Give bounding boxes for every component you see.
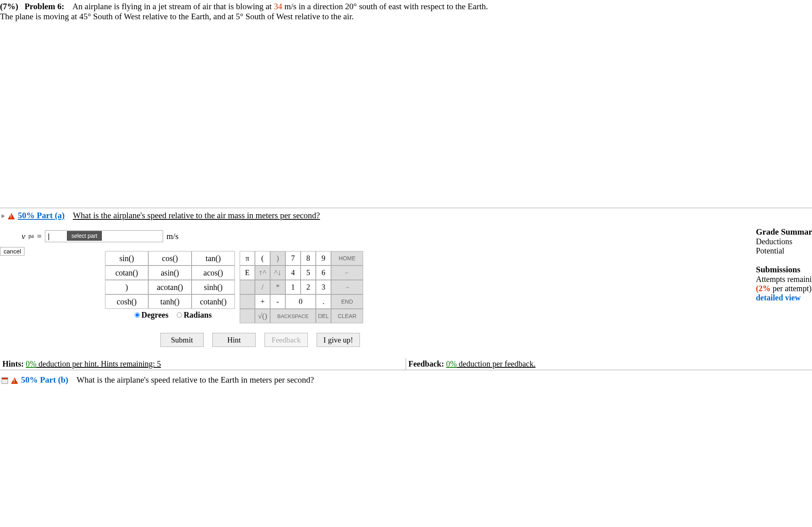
part-a-question: What is the airplane's speed relative to…	[73, 211, 320, 220]
problem-header: (7%) Problem 6: An airplane is flying in…	[0, 0, 812, 23]
degrees-label: Degrees	[141, 310, 168, 319]
cos-button[interactable]: cos()	[148, 251, 192, 266]
acos-button[interactable]: acos()	[192, 266, 235, 280]
problem-percent: (7%)	[0, 2, 18, 11]
sqrt-button[interactable]: √()	[255, 309, 270, 323]
num0-button[interactable]: 0	[285, 294, 316, 309]
select-part-button[interactable]: select part	[67, 231, 102, 241]
submissions-title: Submissions	[756, 265, 812, 275]
num8-button[interactable]: 8	[301, 251, 316, 266]
problem-text3: The plane is moving at 45° South of West…	[0, 12, 354, 21]
hints-label: Hints:	[2, 359, 24, 368]
action-row: Submit Hint Feedback I give up!	[32, 323, 736, 353]
answer-var: v	[22, 231, 25, 241]
clear-button[interactable]: CLEAR	[331, 309, 363, 323]
function-keypad: sin() cos() tan() cotan() asin() acos() …	[105, 251, 235, 309]
pi-button[interactable]: π	[240, 251, 255, 266]
hints-text: deduction per hint. Hints remaining:	[36, 359, 157, 368]
problem-text2: m/s in a direction 20° south of east wit…	[282, 2, 488, 11]
num7-button[interactable]: 7	[285, 251, 301, 266]
hints-remaining: 5	[157, 359, 161, 368]
part-b-header: 50% Part (b) What is the airplane's spee…	[0, 370, 812, 390]
acotan-button[interactable]: acotan()	[148, 280, 192, 294]
blank1-button	[240, 280, 255, 294]
minus-button[interactable]: -	[270, 294, 285, 309]
calendar-icon[interactable]	[2, 377, 8, 384]
giveup-button[interactable]: I give up!	[317, 333, 360, 347]
warning-icon	[11, 377, 18, 384]
cotan-button[interactable]: cotan()	[105, 266, 148, 280]
feedback-pct: 0%	[446, 359, 457, 368]
blank3-button	[240, 309, 255, 323]
rparen-button[interactable]: )	[105, 280, 148, 294]
attempt-pct: (2%	[756, 284, 771, 293]
del-button[interactable]: DEL	[316, 309, 331, 323]
problem-red-value: 34	[274, 2, 282, 11]
equals: =	[37, 231, 42, 241]
answer-row: vpa = select part m/s	[0, 223, 744, 248]
sinh-button[interactable]: sinh()	[192, 280, 235, 294]
problem-text1: An airplane is flying in a jet stream of…	[72, 2, 274, 11]
degrees-radio[interactable]	[135, 312, 140, 318]
hints-row: Hints: 0% deduction per hint. Hints rema…	[0, 358, 812, 370]
unit-label: m/s	[166, 231, 178, 241]
warning-icon	[8, 213, 15, 219]
hints-pct: 0%	[26, 359, 36, 368]
grade-title: Grade Summary	[756, 227, 812, 237]
cosh-button[interactable]: cosh()	[105, 294, 148, 309]
blank2-button	[240, 294, 255, 309]
tan-button[interactable]: tan()	[192, 251, 235, 266]
grade-potential: Potential	[756, 246, 812, 255]
part-a-link[interactable]: 50% Part (a)	[18, 211, 65, 220]
problem-label: Problem 6:	[24, 2, 64, 11]
end-button[interactable]: END	[331, 294, 363, 309]
up-button[interactable]: ↑^	[255, 266, 270, 280]
part-b-question: What is the airplane's speed relative to…	[77, 375, 314, 385]
attempts-label: Attempts remaining:	[756, 275, 812, 284]
chevron-right-icon[interactable]	[2, 214, 5, 218]
hint-button[interactable]: Hint	[212, 333, 256, 347]
e-button[interactable]: E	[240, 266, 255, 280]
num1-button[interactable]: 1	[285, 280, 301, 294]
left-button[interactable]: ←	[331, 266, 363, 280]
num5-button[interactable]: 5	[301, 266, 316, 280]
num3-button[interactable]: 3	[316, 280, 331, 294]
slash-button[interactable]: /	[255, 280, 270, 294]
plus-button[interactable]: +	[255, 294, 270, 309]
num2-button[interactable]: 2	[301, 280, 316, 294]
answer-sub: pa	[28, 233, 34, 239]
radians-label: Radians	[184, 310, 212, 319]
grade-deductions: Deductions	[756, 237, 812, 246]
grade-summary: Grade Summary Deductions Potential Submi…	[744, 223, 812, 358]
dot-button[interactable]: .	[316, 294, 331, 309]
answer-input[interactable]	[45, 230, 163, 242]
num6-button[interactable]: 6	[316, 266, 331, 280]
detailed-view-link[interactable]: detailed view	[756, 293, 812, 302]
feedback-button: Feedback	[265, 333, 308, 347]
backspace-button[interactable]: BACKSPACE	[270, 309, 316, 323]
feedback-label: Feedback:	[408, 359, 444, 368]
right-button[interactable]: →	[331, 280, 363, 294]
feedback-text: deduction per feedback.	[457, 359, 536, 368]
home-button[interactable]: HOME	[331, 251, 363, 266]
submit-button[interactable]: Submit	[160, 333, 204, 347]
numeric-keypad: π ( ) 7 8 9 HOME E ↑^ ^↓ 4 5 6 ← / * 1 2…	[240, 251, 363, 323]
lparen-button[interactable]: (	[255, 251, 270, 266]
num4-button[interactable]: 4	[285, 266, 301, 280]
asin-button[interactable]: asin()	[148, 266, 192, 280]
part-a-header: 50% Part (a) What is the airplane's spee…	[0, 208, 812, 223]
sin-button[interactable]: sin()	[105, 251, 148, 266]
num9-button[interactable]: 9	[316, 251, 331, 266]
down-button[interactable]: ^↓	[270, 266, 285, 280]
tanh-button[interactable]: tanh()	[148, 294, 192, 309]
cotanh-button[interactable]: cotanh()	[192, 294, 235, 309]
radians-radio[interactable]	[177, 312, 182, 318]
asterisk-button[interactable]: *	[270, 280, 285, 294]
cancel-tooltip[interactable]: cancel	[0, 247, 24, 255]
angle-mode: Degrees Radians	[105, 309, 235, 321]
rparen2-button[interactable]: )	[270, 251, 285, 266]
part-b-link[interactable]: 50% Part (b)	[21, 375, 69, 385]
